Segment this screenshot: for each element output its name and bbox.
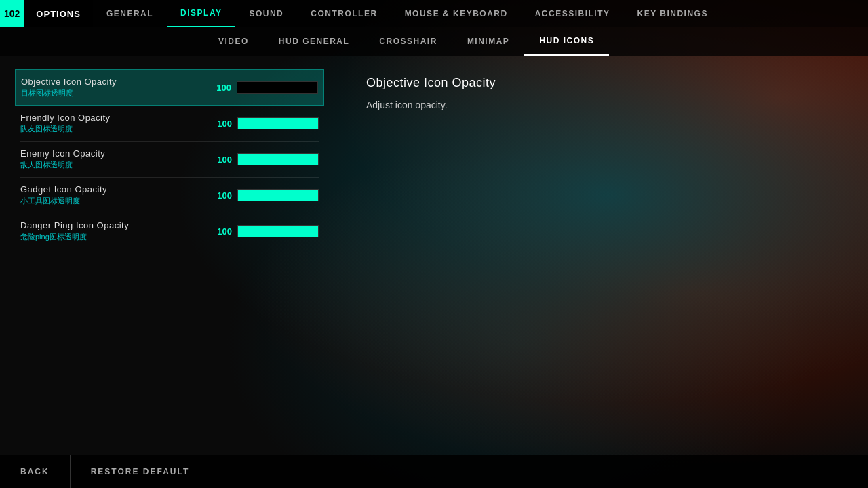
setting-sublabel-objective_icon_opacity: 目标图标透明度 <box>21 88 208 98</box>
second-nav-item-crosshair[interactable]: CROSSHAIR <box>364 27 452 56</box>
setting-value-objective_icon_opacity: 100 <box>208 83 231 93</box>
main-content: Objective Icon Opacity目标图标透明度100Friendly… <box>0 56 868 455</box>
setting-bar-danger_ping_icon_opacity[interactable] <box>237 225 319 237</box>
second-nav-bar: VIDEOHUD GENERALCROSSHAIRMINIMAPHUD ICON… <box>0 27 868 56</box>
info-title: Objective Icon Opacity <box>366 76 841 90</box>
top-nav-item-accessibility[interactable]: ACCESSIBILITY <box>521 0 624 27</box>
setting-sublabel-danger_ping_icon_opacity: 危险ping图标透明度 <box>20 232 208 242</box>
setting-bar-gadget_icon_opacity[interactable] <box>237 189 319 201</box>
setting-value-gadget_icon_opacity: 100 <box>208 190 232 201</box>
setting-label-gadget_icon_opacity: Gadget Icon Opacity <box>20 184 208 195</box>
setting-sublabel-enemy_icon_opacity: 敌人图标透明度 <box>20 160 208 170</box>
top-nav-item-sound[interactable]: SOUND <box>235 0 297 27</box>
setting-bar-objective_icon_opacity[interactable] <box>237 81 318 94</box>
second-nav-item-hud_icons[interactable]: HUD ICONS <box>524 27 609 56</box>
setting-row-objective_icon_opacity[interactable]: Objective Icon Opacity目标图标透明度100 <box>15 69 324 106</box>
setting-value-enemy_icon_opacity: 100 <box>208 155 232 165</box>
info-panel: Objective Icon Opacity Adjust icon opaci… <box>339 56 868 455</box>
top-nav-bar: 102 OPTIONS GENERALDISPLAYSOUNDCONTROLLE… <box>0 0 868 27</box>
setting-row-gadget_icon_opacity[interactable]: Gadget Icon Opacity小工具图标透明度100 <box>20 178 319 214</box>
top-nav-item-key_bindings[interactable]: KEY BINDINGS <box>623 0 721 27</box>
bottom-bar: BACK RESTORE DEFAULT <box>0 455 868 488</box>
setting-row-danger_ping_icon_opacity[interactable]: Danger Ping Icon Opacity危险ping图标透明度100 <box>20 214 319 249</box>
top-nav-item-display[interactable]: DISPLAY <box>167 0 235 27</box>
setting-sublabel-friendly_icon_opacity: 队友图标透明度 <box>20 124 208 134</box>
setting-label-danger_ping_icon_opacity: Danger Ping Icon Opacity <box>20 220 208 230</box>
setting-bar-friendly_icon_opacity[interactable] <box>237 117 319 129</box>
setting-label-friendly_icon_opacity: Friendly Icon Opacity <box>20 113 208 123</box>
top-nav-item-controller[interactable]: CONTROLLER <box>297 0 391 27</box>
restore-default-button[interactable]: RESTORE DEFAULT <box>71 455 211 488</box>
top-nav-items: GENERALDISPLAYSOUNDCONTROLLERMOUSE & KEY… <box>93 0 868 27</box>
setting-bar-enemy_icon_opacity[interactable] <box>237 153 319 165</box>
setting-label-enemy_icon_opacity: Enemy Icon Opacity <box>20 148 208 159</box>
settings-panel: Objective Icon Opacity目标图标透明度100Friendly… <box>0 56 339 455</box>
second-nav-item-minimap[interactable]: MINIMAP <box>452 27 525 56</box>
top-nav-item-mouse_keyboard[interactable]: MOUSE & KEYBOARD <box>391 0 521 27</box>
options-label: OPTIONS <box>24 0 93 27</box>
info-description: Adjust icon opacity. <box>366 98 841 113</box>
setting-sublabel-gadget_icon_opacity: 小工具图标透明度 <box>20 196 208 206</box>
setting-row-friendly_icon_opacity[interactable]: Friendly Icon Opacity队友图标透明度100 <box>20 106 319 142</box>
setting-row-enemy_icon_opacity[interactable]: Enemy Icon Opacity敌人图标透明度100 <box>20 142 319 178</box>
second-nav-item-video[interactable]: VIDEO <box>203 27 264 56</box>
second-nav-item-hud_general[interactable]: HUD GENERAL <box>264 27 365 56</box>
back-button[interactable]: BACK <box>0 455 71 488</box>
logo-badge: 102 <box>0 0 24 27</box>
top-nav-item-general[interactable]: GENERAL <box>93 0 167 27</box>
setting-value-friendly_icon_opacity: 100 <box>208 119 232 129</box>
setting-value-danger_ping_icon_opacity: 100 <box>208 226 232 237</box>
setting-label-objective_icon_opacity: Objective Icon Opacity <box>21 77 208 87</box>
